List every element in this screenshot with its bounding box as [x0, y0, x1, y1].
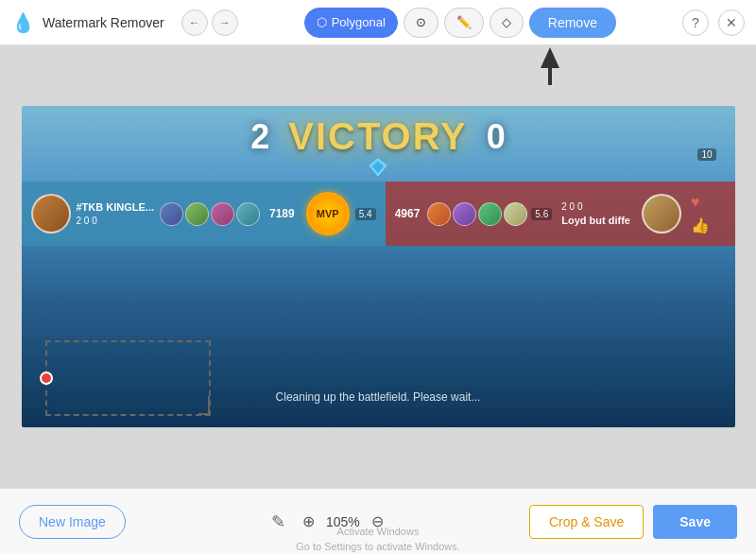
close-button[interactable]: ✕ — [718, 9, 745, 36]
right-player-avatar — [642, 194, 681, 234]
selection-handle[interactable] — [40, 372, 53, 385]
player-avatar-main — [31, 194, 71, 234]
diamond-icon — [369, 158, 387, 177]
cleaning-text: Cleaning up the battlefield. Please wait… — [276, 390, 481, 404]
avatar-row-left — [160, 202, 260, 226]
right-name: Loyd but diffe — [561, 215, 630, 226]
right-score-label: 5.6 — [531, 208, 552, 220]
app-title: Watermark Remover — [43, 15, 164, 30]
crop-save-button[interactable]: Crop & Save — [529, 505, 644, 539]
heart-icon: ♥ — [691, 194, 710, 211]
selection-rectangle[interactable] — [45, 340, 211, 416]
player-name: #TKB KINGLE... — [77, 201, 155, 213]
eraser-icon: ◇ — [502, 15, 511, 29]
save-button[interactable]: Save — [653, 505, 737, 539]
right-level: 10 — [697, 148, 715, 161]
resize-handle[interactable] — [198, 396, 210, 415]
right-actions: Crop & Save Save — [529, 505, 737, 539]
nav-buttons: ← → — [181, 9, 238, 36]
brush-icon: ✏️ — [456, 15, 472, 29]
arrow-hint — [541, 47, 559, 85]
team-left: #TKB KINGLE... 2 0 0 7189 MVP 5.4 — [22, 182, 386, 246]
left-score-label: 5.4 — [355, 208, 376, 220]
toolbar: ⬡ Polygonal ⊙ ✏️ ◇ Remove — [304, 8, 616, 38]
brush-tool-button[interactable]: ✏️ — [444, 8, 484, 38]
player-score: 7189 — [269, 207, 295, 220]
lasso-tool-button[interactable]: ⊙ — [404, 8, 438, 38]
score-right: 0 — [487, 117, 506, 157]
score-bar: 2 VICTORY 0 — [22, 115, 735, 158]
title-bar: 💧 Watermark Remover ← → ⬡ Polygonal ⊙ ✏️… — [0, 0, 756, 45]
teams-bar: #TKB KINGLE... 2 0 0 7189 MVP 5.4 — [22, 182, 735, 246]
polygonal-tool-button[interactable]: ⬡ Polygonal — [304, 8, 398, 38]
windows-watermark: Activate Windows Go to Settings to activ… — [296, 525, 460, 554]
thumbs-icon: 👍 — [691, 216, 710, 234]
arrow-up-icon — [541, 47, 559, 68]
game-image[interactable]: 2 VICTORY 0 #TKB KINGLE... 2 0 0 — [22, 106, 735, 427]
eraser-tool-button[interactable]: ◇ — [490, 8, 524, 38]
right-stats: 2 0 0 — [561, 201, 630, 212]
mvp-label: MVP — [317, 208, 339, 219]
title-left: 💧 Watermark Remover ← → — [11, 9, 238, 36]
arrow-shaft — [548, 68, 552, 85]
victory-text: VICTORY — [288, 115, 468, 158]
lasso-icon: ⊙ — [416, 15, 426, 29]
mvp-badge: MVP — [306, 192, 350, 235]
back-button[interactable]: ← — [181, 9, 208, 36]
help-button[interactable]: ? — [682, 9, 709, 36]
polygonal-icon: ⬡ — [317, 15, 327, 29]
app-icon: 💧 — [11, 11, 35, 34]
title-right: ? ✕ — [682, 9, 745, 36]
avatar-row-right — [427, 202, 527, 226]
victory-overlay: 2 VICTORY 0 #TKB KINGLE... 2 0 0 — [22, 106, 735, 427]
team-right: 4967 5.6 2 0 0 Loyd but diffe ♥ — [386, 182, 735, 246]
right-score: 4967 — [395, 207, 421, 220]
canvas-area: 2 VICTORY 0 #TKB KINGLE... 2 0 0 — [0, 45, 756, 488]
score-left: 2 — [250, 117, 269, 157]
new-image-button[interactable]: New Image — [19, 505, 126, 539]
player-stats: 2 0 0 — [77, 216, 155, 226]
hand-tool-icon[interactable]: ✎ — [271, 511, 285, 532]
remove-button[interactable]: Remove — [529, 8, 616, 38]
forward-button[interactable]: → — [212, 9, 238, 36]
